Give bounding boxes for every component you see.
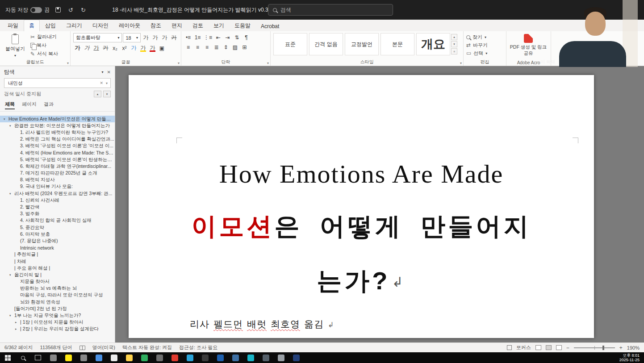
character-border-button[interactable]: ▣ [158,44,166,52]
bold-button[interactable]: 가 [73,44,82,52]
page-number-status[interactable]: 6/362 페이지 [4,344,33,351]
chevron-down-icon[interactable]: ▾ [106,81,108,85]
tree-expand-icon[interactable]: ▾ [9,192,14,196]
clear-search-icon[interactable]: ✕ [100,81,103,85]
nav-search-box[interactable]: ✕ ▾ [4,78,111,88]
font-name-combobox[interactable]: 함초롬바탕 ▾ [73,33,122,42]
find-button[interactable]: 찾기 ▾ [466,33,503,41]
nav-tree-item[interactable]: 5. 중간요약 [0,224,115,231]
format-painter-button[interactable]: ✎ 서식 복사 [30,50,58,58]
tab-layout[interactable]: 레이아웃 [114,20,145,31]
highlight-color-button[interactable]: 가 [139,44,147,52]
kakaotalk-icon[interactable] [61,352,76,363]
font-color-button[interactable]: 가 [148,44,157,52]
tab-home[interactable]: 홈 [24,20,40,31]
nav-tree-item[interactable]: 3. 배럿의 '구성된 이모션 이론'은 '이모션 이... [0,143,115,150]
increase-indent-button[interactable]: ⇥ [223,33,232,42]
app-icon-slate[interactable] [258,352,273,363]
copy-button[interactable]: 복사 [30,42,58,49]
taskbar-search-button[interactable] [15,352,30,363]
tab-view[interactable]: 보기 [209,20,229,31]
nav-tree-item[interactable]: 1. 리사 펠드먼 배럿이란 학자는 누구인가? [0,129,115,136]
zoom-out-button[interactable]: − [566,345,569,351]
app-icon-silver[interactable] [273,352,289,363]
search-box[interactable]: 검색 [268,4,393,16]
word-icon[interactable] [213,352,228,363]
nav-tree-item[interactable]: 뇌와 환경의 연속성 [0,299,115,305]
accessibility-status[interactable]: 접근성: 조사 필요 [179,344,217,351]
tree-expand-icon[interactable]: ▸ [15,321,20,324]
select-button[interactable]: ▭ 선택 ▾ [466,49,503,57]
telegram-icon[interactable] [182,352,197,363]
taskbar-clock[interactable]: 오후 8:01 2025-11-25 [619,353,644,362]
nav-tree-item[interactable]: 6. 마지막 보충 [0,231,115,238]
word-count-status[interactable]: 113568개 단어 [40,344,72,351]
cut-button[interactable]: ✂ 잘라내기 [30,33,58,41]
zoom-slider-thumb[interactable] [602,346,604,350]
clear-formatting-button[interactable]: 가 [170,33,178,42]
tab-acrobat[interactable]: Acrobat [256,21,284,31]
document-title[interactable]: 18 -리사 배럿_최호영_감정은 어떻게 만들어지는가 발췌읽기 v0.3 강… [112,6,290,14]
undo-button[interactable]: ↺ [67,6,75,14]
text-predictions-status[interactable]: 텍스트 자동 완성: 켜짐 [122,344,172,351]
nav-tree-item[interactable]: 반응하는 뇌 vs 예측하는 뇌 [0,285,115,292]
nav-search-input[interactable] [7,80,97,86]
italic-button[interactable]: 가 [83,44,91,52]
app-icon-dark[interactable] [197,352,213,363]
nav-tree-item[interactable]: ▸ | 2장 | 우리는 우리의 감정을 설계한다 [0,326,115,333]
tab-review[interactable]: 검토 [188,20,208,31]
nav-tree-item[interactable]: 지문을 찾아서 [0,279,115,285]
tab-design[interactable]: 디자인 [88,20,113,31]
redo-button[interactable]: ↻ [79,6,87,14]
save-button[interactable] [54,6,62,14]
numbering-button[interactable]: 1≡ [193,33,202,42]
app-icon-white[interactable] [106,352,121,363]
nav-tree-item[interactable]: ▾ How Emotions Are Made/이모션은 어떻게 만들어... [0,116,115,122]
align-right-button[interactable]: ≡ [203,43,211,51]
replace-button[interactable]: ⇄ 바꾸기 [466,41,503,49]
style-body[interactable]: 본문 [381,33,414,55]
proofing-errors-icon[interactable] [79,346,85,350]
tab-mailings[interactable]: 편지 [167,20,187,31]
shading-button[interactable]: ▨ [231,43,239,51]
tree-expand-icon[interactable]: ▸ [15,327,20,331]
sort-button[interactable]: ⇅ [233,33,241,42]
style-outline[interactable]: 개요 [416,33,450,55]
tab-help[interactable]: 도움말 [230,20,255,31]
zoom-slider[interactable] [574,347,615,348]
styles-gallery-more-icon[interactable]: ≡ [451,48,457,54]
zoom-level[interactable]: 190% [627,345,640,350]
app-icon-yellow[interactable] [121,352,137,363]
style-no-spacing[interactable]: 간격 없음 [309,33,343,55]
nav-tree-item[interactable]: ▾ 옮긴이의 말 | [0,271,115,278]
document-page[interactable]: How Emotions Are Made 이모션은 어떻게 만들어지 는가?↲… [129,75,594,338]
language-status[interactable]: 영어(미국) [92,344,115,351]
next-result-button[interactable]: ▾ [103,91,111,97]
tree-expand-icon[interactable]: ▾ [9,124,14,128]
read-mode-button[interactable] [535,345,541,350]
nav-tree-item[interactable]: 5. 배럿의 '구성된 이모션 이론'이 탄생하는데... [0,156,115,163]
tree-expand-icon[interactable]: ▾ [9,273,14,277]
superscript-button[interactable]: x² [120,44,129,52]
nav-tree-item[interactable]: | 차례 [0,258,115,265]
chrome-icon[interactable] [76,352,91,363]
nav-tree-item[interactable]: ▾ 1부 나는 지금 무엇을 느끼는가? [0,312,115,319]
chevron-down-icon[interactable]: ▾ [102,70,104,74]
close-icon[interactable]: ✕ [107,70,111,75]
nav-tree-item[interactable]: Intrinsic network [0,245,115,251]
shrink-font-button[interactable]: 가 [151,33,159,42]
nav-tree-item[interactable]: | 주요 용어 해설 | [0,265,115,271]
grow-font-button[interactable]: 가 [142,33,150,42]
style-normal[interactable]: 표준 [273,33,307,55]
nav-tree-item[interactable]: [들어가며] 2천 년 된 가정 [0,305,115,312]
nav-tree-item[interactable]: | 추천의글 | [0,251,115,258]
app-icon-steel[interactable] [228,352,243,363]
tab-insert[interactable]: 삽입 [40,20,61,31]
paste-button[interactable]: 붙여넣기 ▾ [3,33,28,59]
dialog-launcher-icon[interactable]: ▾ [267,61,269,65]
nav-tree-item[interactable]: (7. 문답은 나중에) [0,238,115,244]
change-case-button[interactable]: 가 [160,33,169,42]
tab-references[interactable]: 참조 [146,20,166,31]
styles-scroll-up-icon[interactable]: ▴ [451,34,457,40]
focus-mode-label[interactable]: 포커스 [516,344,531,351]
